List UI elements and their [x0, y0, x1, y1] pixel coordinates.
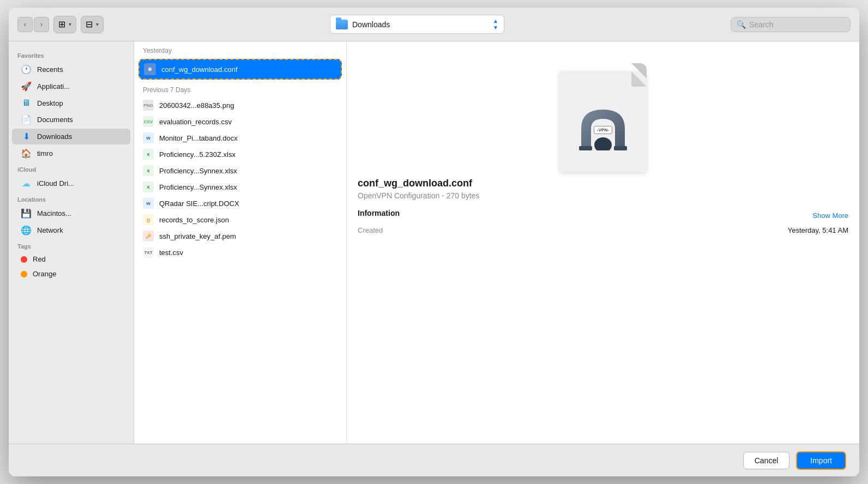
grid-toggle-button[interactable]: ⊟ ▾	[81, 16, 104, 33]
sidebar-item-orange[interactable]: Orange	[12, 267, 130, 281]
conf-file-icon: ⊕	[144, 63, 156, 75]
sidebar-item-home-label: timro	[37, 149, 53, 158]
view-icon: ⊞	[58, 19, 65, 29]
file-item-png1[interactable]: PNG 20600342...e88a35.png	[134, 97, 346, 113]
file-item-xlsx3-label: Proficiency...Synnex.xlsx	[159, 183, 237, 191]
grid-icon: ⊟	[86, 19, 93, 29]
favorites-section-label: Favorites	[9, 48, 134, 61]
sidebar-item-macintosh[interactable]: 💾 Macintos...	[12, 205, 130, 221]
xlsx3-icon: X	[143, 182, 154, 192]
preview-pane: -VPN- conf_wg_download.conf OpenVPN Conf…	[347, 41, 859, 444]
file-item-xlsx2-label: Proficiency...Synnex.xlsx	[159, 167, 237, 175]
xlsx2-icon: X	[143, 165, 154, 176]
home-icon: 🏠	[21, 148, 32, 159]
docx1-icon: W	[143, 132, 154, 143]
orange-tag-dot	[21, 271, 27, 277]
view-arrow-icon: ▾	[69, 21, 71, 27]
main-content: Favorites 🕐 Recents 🚀 Applicati... 🖥 Des…	[9, 41, 859, 444]
file-item-xlsx3[interactable]: X Proficiency...Synnex.xlsx	[134, 179, 346, 195]
sidebar-item-icloud-label: iCloud Dri...	[37, 179, 74, 187]
documents-icon: 📄	[21, 114, 32, 125]
tags-section-label: Tags	[9, 239, 134, 252]
svg-point-0	[594, 137, 612, 150]
search-placeholder: Search	[749, 20, 773, 29]
sidebar-item-desktop-label: Desktop	[37, 99, 63, 107]
file-item-pem1[interactable]: 🔑 ssh_private_key_af.pem	[134, 228, 346, 244]
file-item-conf-label: conf_wg_download.conf	[161, 65, 238, 74]
red-tag-dot	[21, 256, 27, 263]
file-list-pane: Yesterday ⊕ conf_wg_download.conf Previo…	[134, 41, 347, 444]
file-item-conf-wg[interactable]: ⊕ conf_wg_download.conf	[138, 59, 342, 80]
folder-icon	[336, 20, 348, 29]
desktop-icon: 🖥	[21, 98, 32, 108]
sidebar-item-documents-label: Documents	[37, 116, 73, 124]
file-item-docx1[interactable]: W Monitor_Pi...taband.docx	[134, 130, 346, 146]
applications-icon: 🚀	[21, 81, 32, 92]
finder-window: ‹ › ⊞ ▾ ⊟ ▾ Downloads ▲ ▼ 🔍	[9, 8, 859, 476]
file-item-xlsx2[interactable]: X Proficiency...Synnex.xlsx	[134, 162, 346, 179]
sidebar-item-recents[interactable]: 🕐 Recents	[12, 62, 130, 77]
view-toggle-button[interactable]: ⊞ ▾	[53, 16, 76, 33]
sidebar-item-home[interactable]: 🏠 timro	[12, 146, 130, 161]
downloads-icon: ⬇	[21, 131, 32, 142]
search-icon: 🔍	[737, 20, 746, 29]
file-item-xlsx1[interactable]: X Proficiency...5.230Z.xlsx	[134, 146, 346, 162]
show-more-link[interactable]: Show More	[812, 211, 848, 220]
png-icon: PNG	[143, 100, 154, 111]
sidebar-item-desktop[interactable]: 🖥 Desktop	[12, 95, 130, 111]
sidebar-item-documents[interactable]: 📄 Documents	[12, 112, 130, 128]
preview-icon-area: -VPN-	[358, 52, 848, 178]
location-pill[interactable]: Downloads ▲ ▼	[330, 15, 504, 34]
file-item-docx2-label: QRadar SIE...cript.DOCX	[159, 199, 239, 208]
file-item-json1[interactable]: {} records_to_score.json	[134, 211, 346, 228]
toolbar: ‹ › ⊞ ▾ ⊟ ▾ Downloads ▲ ▼ 🔍	[9, 8, 859, 41]
forward-button[interactable]: ›	[34, 17, 49, 32]
preview-type: OpenVPN Configuration - 270 bytes	[358, 191, 848, 200]
created-label: Created	[358, 226, 383, 234]
sidebar-item-applications[interactable]: 🚀 Applicati...	[12, 78, 130, 94]
svg-rect-1	[579, 146, 592, 150]
info-section-label: Information	[358, 209, 400, 217]
file-item-json1-label: records_to_score.json	[159, 216, 229, 224]
location-inner: Downloads	[336, 20, 390, 29]
svg-rect-2	[614, 146, 627, 150]
sidebar-item-recents-label: Recents	[37, 65, 63, 74]
location-label: Downloads	[352, 20, 390, 29]
sidebar-item-red[interactable]: Red	[12, 252, 130, 266]
yesterday-section-label: Yesterday	[134, 41, 346, 58]
back-button[interactable]: ‹	[17, 17, 33, 32]
file-item-docx2[interactable]: W QRadar SIE...cript.DOCX	[134, 195, 346, 211]
csv2-icon: TXT	[143, 247, 154, 258]
sidebar: Favorites 🕐 Recents 🚀 Applicati... 🖥 Des…	[9, 41, 134, 444]
network-icon: 🌐	[21, 225, 32, 235]
created-value: Yesterday, 5:41 AM	[788, 226, 848, 234]
sidebar-item-icloud[interactable]: ☁ iCloud Dri...	[12, 176, 130, 191]
sidebar-item-applications-label: Applicati...	[37, 82, 70, 90]
vpn-doc-icon: -VPN-	[554, 63, 652, 172]
sidebar-item-downloads[interactable]: ⬇ Downloads	[12, 129, 130, 144]
vpn-badge: -VPN-	[594, 126, 612, 134]
pem1-icon: 🔑	[143, 231, 154, 241]
file-item-csv1[interactable]: CSV evaluation_records.csv	[134, 113, 346, 130]
search-bar[interactable]: 🔍 Search	[731, 17, 851, 32]
file-item-png1-label: 20600342...e88a35.png	[159, 101, 234, 110]
location-arrows-icon: ▲ ▼	[493, 18, 498, 31]
icloud-section-label: iCloud	[9, 162, 134, 175]
cancel-button[interactable]: Cancel	[743, 452, 790, 469]
file-item-csv1-label: evaluation_records.csv	[159, 118, 232, 126]
nav-buttons: ‹ ›	[17, 17, 49, 32]
sidebar-item-network[interactable]: 🌐 Network	[12, 222, 130, 238]
file-item-csv2[interactable]: TXT test.csv	[134, 244, 346, 261]
sidebar-item-network-label: Network	[37, 226, 63, 234]
file-item-pem1-label: ssh_private_key_af.pem	[159, 232, 236, 240]
preview-filename: conf_wg_download.conf	[358, 178, 848, 189]
sidebar-item-orange-label: Orange	[33, 270, 56, 278]
file-item-csv2-label: test.csv	[159, 249, 183, 257]
icloud-icon: ☁	[21, 178, 32, 189]
locations-section-label: Locations	[9, 192, 134, 205]
import-button[interactable]: Import	[796, 451, 846, 470]
vpn-app-icon: -VPN-	[576, 101, 630, 161]
sidebar-item-red-label: Red	[33, 255, 46, 263]
grid-arrow-icon: ▾	[96, 21, 99, 27]
recents-icon: 🕐	[21, 64, 32, 75]
